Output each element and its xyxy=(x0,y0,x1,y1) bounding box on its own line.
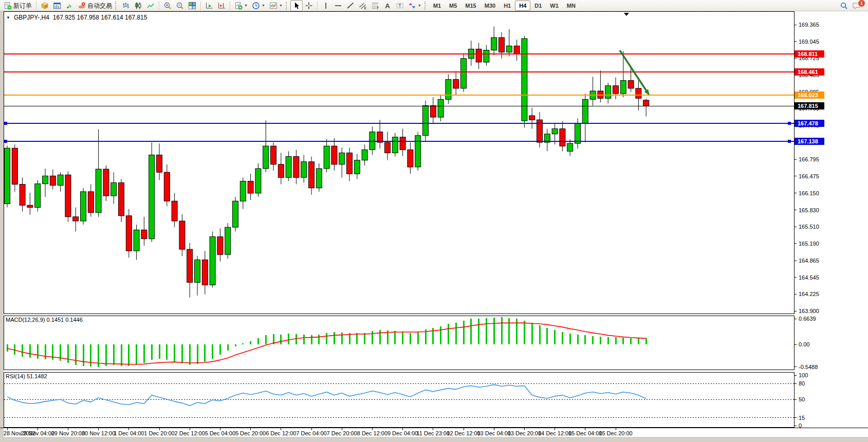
equidistant-channel-button[interactable]: E xyxy=(357,0,369,11)
candlestick-chart-button[interactable] xyxy=(132,0,144,11)
timeframe-m1[interactable]: M1 xyxy=(429,1,445,11)
svg-text:164.545: 164.545 xyxy=(799,274,819,281)
timeframe-m5[interactable]: M5 xyxy=(445,1,461,11)
market-watch-button[interactable] xyxy=(51,0,63,11)
dropdown-icon xyxy=(244,1,248,11)
timeframe-m30[interactable]: M30 xyxy=(481,1,500,11)
toolbar-grip xyxy=(115,2,118,10)
chat-button[interactable]: 1 xyxy=(850,0,863,11)
text-label-icon: T xyxy=(396,2,404,10)
svg-text:29 Nov 20:00: 29 Nov 20:00 xyxy=(51,430,85,436)
main-pane[interactable] xyxy=(4,12,795,314)
periods-button[interactable] xyxy=(250,0,267,11)
new-order-button[interactable]: 新订单 xyxy=(2,0,34,11)
svg-text:164.865: 164.865 xyxy=(799,257,819,264)
auto-scroll-icon xyxy=(205,2,213,10)
rsi-indicator-label: RSI(14) 51.1482 xyxy=(6,373,47,379)
bar-chart-button[interactable] xyxy=(120,0,132,11)
svg-text:168.811: 168.811 xyxy=(798,51,818,57)
symbol-dropdown-icon[interactable] xyxy=(6,15,10,20)
tile-windows-button[interactable] xyxy=(186,0,198,11)
new-order-icon xyxy=(4,2,12,10)
svg-text:1 Dec 20:00: 1 Dec 20:00 xyxy=(144,430,174,436)
svg-text:15 Dec 20:00: 15 Dec 20:00 xyxy=(599,430,632,436)
zoom-out-button[interactable] xyxy=(174,0,186,11)
svg-text:168.023: 168.023 xyxy=(798,92,818,98)
timeframe-d1[interactable]: D1 xyxy=(530,1,546,11)
symbol-period-label: GBPJPY-,H4 xyxy=(14,14,49,21)
svg-text:165.510: 165.510 xyxy=(799,224,819,230)
ohlc-values: 167.925 167.958 167.614 167.815 xyxy=(53,14,147,21)
signal-button[interactable] xyxy=(63,0,76,11)
chart-canvas[interactable]: 169.365169.045168.725168.405168.085167.7… xyxy=(0,11,868,442)
equidistant-channel-icon: E xyxy=(359,2,367,10)
svg-text:167.815: 167.815 xyxy=(798,103,818,109)
svg-text:5 Dec 04:00: 5 Dec 04:00 xyxy=(205,430,235,436)
svg-text:6 Dec 12:00: 6 Dec 12:00 xyxy=(266,430,296,436)
new-order-label: 新订单 xyxy=(13,1,32,11)
svg-text:-0.5488: -0.5488 xyxy=(799,364,818,370)
cursor-button[interactable] xyxy=(290,0,303,11)
gold-cube-icon xyxy=(41,2,49,10)
svg-text:80: 80 xyxy=(799,380,805,386)
gold-cube-button[interactable] xyxy=(39,0,51,11)
new-chart-button[interactable] xyxy=(232,0,250,11)
arrows-button[interactable] xyxy=(406,0,423,11)
svg-text:165.830: 165.830 xyxy=(799,207,819,213)
vertical-line-button[interactable] xyxy=(320,0,332,11)
toolbar-separator xyxy=(317,1,318,10)
candlestick-chart-icon xyxy=(134,2,142,10)
vertical-line-icon xyxy=(322,2,330,10)
text-label-button[interactable]: T xyxy=(394,0,406,11)
line-chart-button[interactable] xyxy=(144,0,157,11)
toolbar-separator xyxy=(36,1,36,10)
svg-text:164.225: 164.225 xyxy=(799,291,819,297)
timeframe-w1[interactable]: W1 xyxy=(546,1,563,11)
dropdown-icon xyxy=(279,1,283,11)
indicators-button[interactable] xyxy=(267,0,285,11)
svg-text:A: A xyxy=(385,2,390,9)
autotrade-button[interactable]: 自动交易 xyxy=(76,0,114,11)
clock-icon xyxy=(252,2,260,10)
chart-title: GBPJPY-,H4 167.925 167.958 167.614 167.8… xyxy=(6,14,147,21)
indicators-icon xyxy=(269,2,278,10)
svg-text:100: 100 xyxy=(799,372,808,378)
notification-badge: 1 xyxy=(858,0,865,7)
trendline-icon xyxy=(346,2,355,10)
fibonacci-button[interactable]: F xyxy=(369,0,381,11)
svg-text:0.00: 0.00 xyxy=(799,341,809,347)
macd-pane[interactable] xyxy=(4,316,795,370)
timeframe-mn[interactable]: MN xyxy=(563,1,580,11)
rsi-pane[interactable] xyxy=(4,373,795,428)
timeframe-h4[interactable]: H4 xyxy=(515,1,530,11)
horizontal-line-button[interactable] xyxy=(332,0,344,11)
fibonacci-icon: F xyxy=(371,2,379,10)
auto-scroll-button[interactable] xyxy=(203,0,215,11)
horizontal-line-icon xyxy=(334,2,342,10)
toolbar-separator xyxy=(159,1,159,10)
search-icon xyxy=(840,2,848,10)
toolbar-grip xyxy=(286,2,288,10)
timeframe-m15[interactable]: M15 xyxy=(461,1,480,11)
chart-shift-button[interactable] xyxy=(215,0,228,11)
search-button[interactable] xyxy=(838,0,850,11)
dropdown-icon xyxy=(262,1,265,11)
macd-indicator-label: MACD(12,26,9) 0.1451 0.1446 xyxy=(6,317,83,323)
svg-text:7 Dec 04:00: 7 Dec 04:00 xyxy=(296,430,326,436)
svg-text:166.150: 166.150 xyxy=(799,190,819,196)
text-button[interactable]: A xyxy=(381,0,394,11)
market-watch-icon xyxy=(53,2,61,10)
signal-icon xyxy=(65,2,73,10)
autotrade-label: 自动交易 xyxy=(87,1,112,11)
zoom-out-icon xyxy=(176,2,184,10)
svg-text:15: 15 xyxy=(799,415,805,421)
bar-chart-icon xyxy=(122,2,130,10)
svg-text:E: E xyxy=(364,6,366,9)
toolbar-separator xyxy=(200,1,201,10)
cursor-icon xyxy=(292,2,301,10)
svg-text:169.045: 169.045 xyxy=(799,39,819,45)
crosshair-button[interactable] xyxy=(303,0,315,11)
zoom-in-button[interactable] xyxy=(161,0,174,11)
trendline-button[interactable] xyxy=(344,0,357,11)
timeframe-h1[interactable]: H1 xyxy=(500,1,515,11)
